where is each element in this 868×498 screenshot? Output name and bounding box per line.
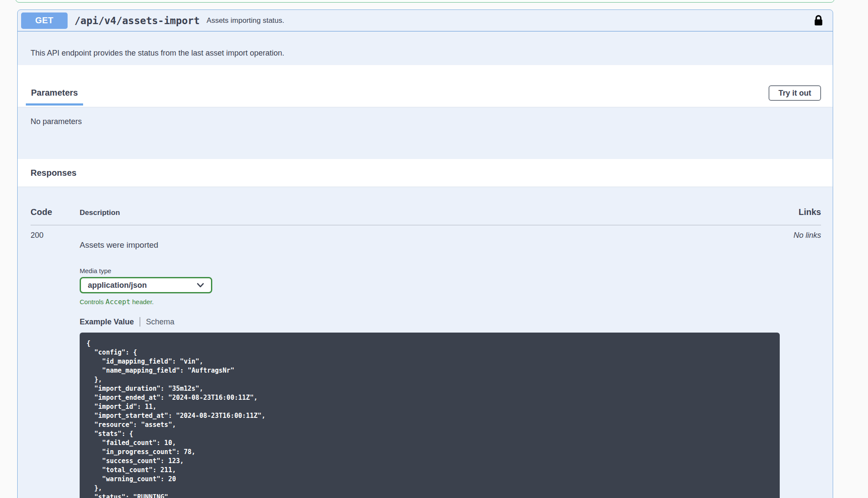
media-type-label: Media type — [80, 267, 779, 274]
try-it-out-button[interactable]: Try it out — [769, 85, 821, 101]
accept-header-hint: Controls Accept header. — [80, 298, 779, 306]
tab-divider — [140, 317, 140, 327]
responses-title: Responses — [31, 168, 77, 178]
example-json-code: { "config": { "id_mapping_field": "vin",… — [87, 339, 773, 498]
media-type-selected-value: application/json — [88, 281, 197, 290]
hint-suffix: header. — [130, 298, 154, 305]
tab-schema[interactable]: Schema — [146, 317, 174, 327]
operation-header[interactable]: GET /api/v4/assets-import Assets importi… — [18, 10, 833, 31]
hint-accept-code: Accept — [105, 298, 130, 306]
hint-prefix: Controls — [80, 298, 105, 305]
response-description-text: Assets were imported — [80, 240, 779, 250]
responses-section-header: Responses — [18, 159, 833, 187]
parameters-section-header: Parameters Try it out — [18, 65, 833, 107]
responses-table: Code Description Links 200 Assets were i… — [18, 187, 833, 498]
table-row: 200 Assets were imported Media type appl… — [31, 225, 821, 498]
response-code: 200 — [31, 231, 80, 240]
lock-icon — [814, 15, 823, 27]
response-description-cell: Assets were imported Media type applicat… — [80, 231, 779, 498]
tab-example-value[interactable]: Example Value — [80, 317, 134, 327]
operation-block-get: GET /api/v4/assets-import Assets importi… — [17, 9, 833, 498]
chevron-down-icon — [197, 283, 204, 288]
example-schema-tabs: Example Value Schema — [80, 317, 779, 327]
response-links-cell: No links — [779, 231, 821, 240]
authorization-lock-button[interactable] — [814, 15, 823, 27]
media-type-select[interactable]: application/json — [80, 277, 212, 293]
previous-endpoint-block-edge — [16, 0, 834, 3]
parameters-body: No parameters — [18, 107, 833, 159]
responses-table-header-row: Code Description Links — [31, 187, 821, 225]
column-header-description: Description — [80, 209, 779, 217]
endpoint-summary: Assets importing status. — [207, 16, 284, 25]
example-json-block: { "config": { "id_mapping_field": "vin",… — [80, 333, 780, 498]
tab-parameters[interactable]: Parameters — [26, 88, 83, 106]
http-method-badge: GET — [21, 12, 68, 29]
column-header-code: Code — [31, 207, 80, 217]
endpoint-path: /api/v4/assets-import — [74, 15, 200, 26]
no-parameters-message: No parameters — [31, 117, 82, 126]
column-header-links: Links — [779, 207, 821, 217]
endpoint-description: This API endpoint provides the status fr… — [18, 31, 833, 65]
